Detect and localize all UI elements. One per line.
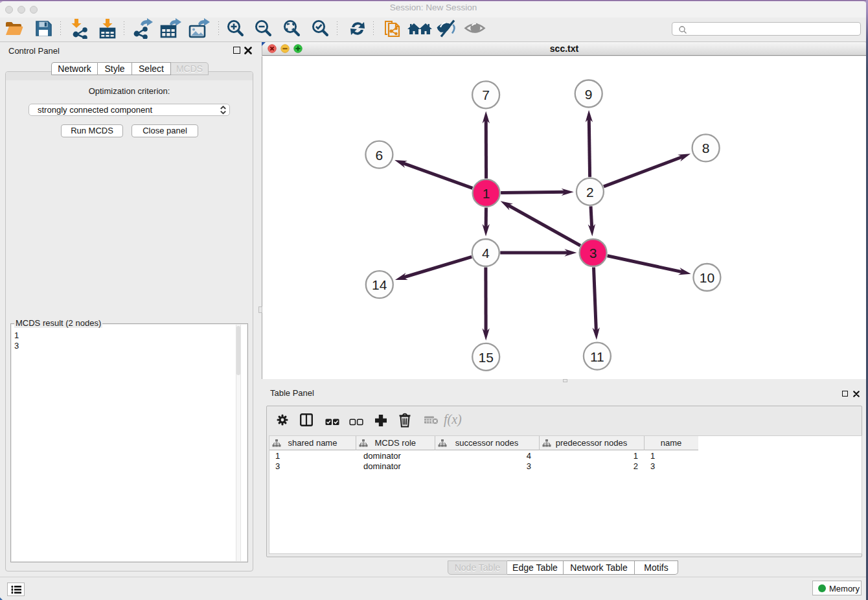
- svg-text:15: 15: [479, 350, 494, 365]
- svg-text:8: 8: [702, 141, 710, 156]
- svg-text:2: 2: [586, 185, 594, 200]
- svg-text:3: 3: [589, 246, 597, 260]
- svg-text:6: 6: [376, 148, 383, 163]
- svg-text:11: 11: [590, 349, 604, 364]
- svg-text:4: 4: [482, 246, 490, 260]
- svg-text:1: 1: [483, 186, 490, 201]
- svg-text:10: 10: [700, 270, 714, 285]
- svg-text:14: 14: [372, 277, 387, 292]
- svg-text:9: 9: [585, 87, 593, 102]
- svg-text:7: 7: [482, 87, 490, 102]
